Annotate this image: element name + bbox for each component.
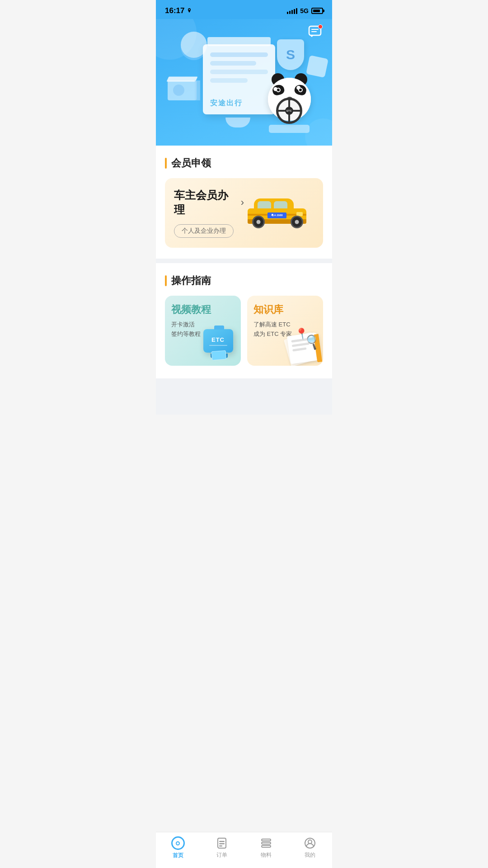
member-section-title: 会员申领: [165, 156, 323, 170]
nav-item-orders[interactable]: 订单: [200, 837, 244, 859]
kb-card-title: 知识库: [253, 303, 317, 316]
guide-section: 操作指南 视频教程 开卡激活 签约等教程 ETC: [156, 263, 332, 378]
profile-icon: [304, 837, 316, 849]
status-right: 5G: [287, 7, 323, 14]
etc-device-illustration: ETC: [200, 325, 238, 363]
member-card-badge[interactable]: 个人及企业办理: [174, 224, 234, 238]
member-section-label: 会员申领: [171, 156, 211, 170]
knowledge-base-card[interactable]: 知识库 了解高速 ETC 成为 ETC 专家: [247, 296, 323, 366]
book-illustration: 📍 🔍: [278, 326, 321, 363]
svg-rect-7: [262, 839, 271, 841]
member-card[interactable]: 车主会员办理 › 个人及企业办理: [165, 178, 323, 248]
member-card-title-row: 车主会员办理 ›: [174, 188, 244, 217]
panda-etc-character: ETC: [260, 74, 319, 133]
content-area: 会员申领 车主会员办理 › 个人及企业办理: [156, 146, 332, 415]
etc-device-label: ETC: [211, 336, 225, 343]
etc-label-wheel: ETC: [286, 109, 292, 112]
nav-materials-label: 物料: [261, 851, 272, 859]
message-icon-wrap: [308, 25, 322, 40]
network-label: 5G: [300, 7, 309, 14]
car-illustration: 粤A 2988: [244, 190, 314, 236]
svg-rect-9: [262, 845, 271, 847]
nav-item-home[interactable]: 首页: [156, 836, 200, 859]
svg-rect-4: [219, 841, 225, 842]
notification-dot: [318, 24, 323, 29]
cube-inner-circle: [173, 85, 184, 96]
member-section: 会员申领 车主会员办理 › 个人及企业办理: [156, 146, 332, 259]
location-icon: [186, 8, 192, 14]
video-tutorial-card[interactable]: 视频教程 开卡激活 签约等教程 ETC: [165, 296, 241, 366]
svg-point-11: [308, 840, 312, 844]
signal-icon: [287, 8, 297, 14]
status-time: 16:17: [165, 6, 192, 15]
svg-rect-6: [219, 845, 222, 847]
cube-right-small: [306, 55, 328, 78]
member-card-title: 车主会员办理: [174, 188, 237, 217]
svg-rect-5: [219, 843, 225, 844]
brand-text: 安途出行: [210, 99, 243, 108]
nav-item-profile[interactable]: 我的: [288, 837, 333, 859]
hero-banner: 安途出行 S: [156, 19, 332, 146]
guide-section-title-bar: [165, 275, 167, 286]
nav-orders-label: 订单: [216, 851, 227, 859]
order-icon: [216, 837, 228, 849]
guide-section-label: 操作指南: [171, 274, 211, 288]
member-card-left: 车主会员办理 › 个人及企业办理: [174, 188, 244, 238]
guide-grid: 视频教程 开卡激活 签约等教程 ETC: [165, 296, 323, 366]
bottom-nav: 首页 订单 物料: [156, 832, 332, 868]
section-title-bar: [165, 158, 167, 169]
video-card-title: 视频教程: [171, 303, 235, 316]
shield-s: S: [277, 39, 304, 70]
guide-section-title: 操作指南: [165, 274, 323, 288]
steering-wheel: ETC: [276, 98, 302, 124]
cube-left: [164, 71, 200, 107]
battery-icon: [311, 8, 323, 14]
status-bar: 16:17 5G: [156, 0, 332, 19]
message-button[interactable]: [306, 24, 324, 42]
chevron-icon: ›: [241, 197, 244, 208]
svg-rect-8: [262, 842, 271, 844]
home-icon: [171, 836, 185, 850]
material-icon: [260, 837, 272, 849]
nav-item-materials[interactable]: 物料: [244, 837, 288, 859]
nav-home-label: 首页: [173, 852, 183, 859]
nav-profile-label: 我的: [305, 851, 315, 859]
